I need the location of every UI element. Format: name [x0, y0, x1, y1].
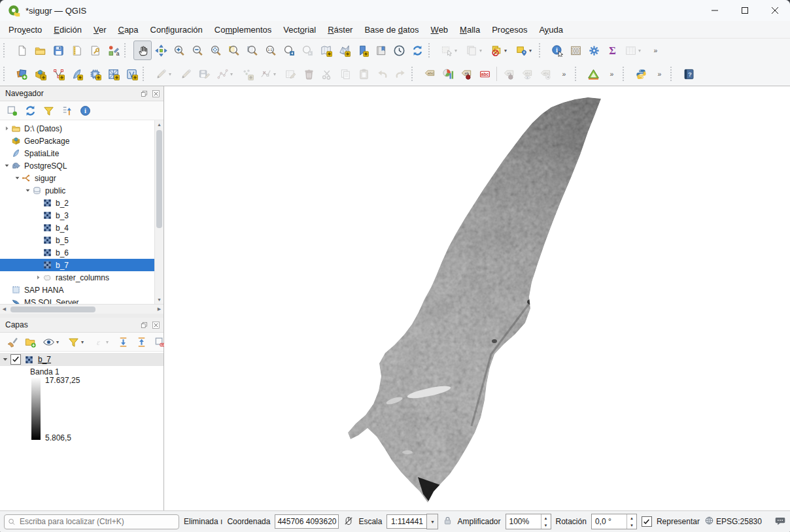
new-map-view-button[interactable]: [317, 41, 335, 60]
new-geopackage-layer-button[interactable]: [31, 64, 49, 84]
new-virtual-layer-button[interactable]: [86, 64, 104, 84]
browser-item-sigugr[interactable]: sigugr: [0, 172, 155, 184]
toolbar-grip[interactable]: [539, 43, 545, 58]
pan-to-selection-button[interactable]: [152, 41, 170, 60]
new-spatial-bookmark-button[interactable]: [353, 41, 371, 60]
menu-vectorial[interactable]: Vectorial: [277, 22, 322, 37]
browser-item-public[interactable]: public: [0, 184, 155, 197]
browser-item-b_6[interactable]: b_6: [0, 246, 155, 259]
current-edits-dropdown[interactable]: ▾: [169, 71, 174, 77]
zoom-next-button[interactable]: [298, 41, 317, 60]
render-checkbox[interactable]: [642, 516, 652, 527]
maximize-button[interactable]: [730, 0, 760, 21]
toolbar-grip[interactable]: [623, 67, 629, 81]
layer-item-b7[interactable]: b_7: [0, 353, 163, 366]
layer-expander-icon[interactable]: [0, 356, 10, 363]
new-scratch-layer-button[interactable]: [122, 64, 141, 84]
browser-item-b_5[interactable]: b_5: [0, 234, 155, 246]
zoom-native-resolution-button[interactable]: 1:1: [262, 41, 280, 60]
menu-edicin[interactable]: Edición: [48, 22, 88, 37]
zoom-out-button[interactable]: [188, 41, 207, 60]
browser-item-spatialite[interactable]: SpatiaLite: [0, 147, 155, 159]
expander-icon[interactable]: [24, 188, 32, 193]
vertex-tool-dropdown[interactable]: ▾: [273, 71, 279, 77]
refresh-map-button[interactable]: [408, 41, 426, 60]
minimize-button[interactable]: [700, 0, 730, 21]
toolbar-overflow-button[interactable]: »: [646, 41, 664, 60]
magnifier-spinbox[interactable]: 100% ▲▼: [506, 514, 551, 529]
expander-icon[interactable]: [34, 274, 43, 280]
rotation-spinbox[interactable]: 0,0 ° ▲▼: [591, 514, 637, 529]
magnifier-value[interactable]: 100%: [506, 514, 541, 529]
expander-icon[interactable]: [3, 125, 11, 131]
deselect-all-dropdown[interactable]: ▾: [504, 48, 509, 54]
undo-button[interactable]: [373, 64, 391, 84]
coordinate-input[interactable]: 445706 4093620: [275, 514, 339, 529]
menu-rster[interactable]: Ráster: [322, 22, 358, 37]
style-manager-button[interactable]: a: [104, 41, 122, 60]
select-by-value-button[interactable]: ▾: [512, 41, 537, 60]
data-source-manager-button[interactable]: [12, 64, 31, 84]
select-features-dropdown[interactable]: ▾: [455, 48, 460, 54]
menu-proyecto[interactable]: Proyecto: [3, 22, 48, 37]
menu-capa[interactable]: Capa: [112, 22, 144, 37]
browser-item-b_7[interactable]: b_7: [0, 259, 155, 271]
menu-basededatos[interactable]: Base de datos: [358, 22, 424, 37]
modify-attributes-button[interactable]: [281, 64, 300, 84]
filter-browser-button[interactable]: [39, 102, 58, 119]
select-by-form-dropdown[interactable]: ▾: [479, 48, 485, 54]
new-spatialite-layer-button[interactable]: [67, 64, 86, 84]
plugins-overflow-button[interactable]: »: [650, 64, 668, 84]
collapse-all-button[interactable]: [58, 102, 76, 119]
add-selected-layers-button[interactable]: [3, 102, 21, 119]
zoom-last-button[interactable]: [280, 41, 298, 60]
expander-icon[interactable]: [3, 163, 11, 169]
layer-visibility-checkbox[interactable]: [10, 354, 21, 365]
expand-all-button[interactable]: [114, 333, 132, 350]
expander-icon[interactable]: [13, 175, 22, 181]
scale-dropdown[interactable]: ▼: [426, 514, 438, 529]
browser-item-sap-hana[interactable]: SAP HANA: [0, 284, 155, 296]
vertex-tool-button[interactable]: ▾: [256, 64, 281, 84]
menu-procesos[interactable]: Procesos: [486, 22, 533, 37]
crs-status[interactable]: EPSG:25830: [716, 517, 762, 526]
new-shapefile-layer-button[interactable]: [49, 64, 67, 84]
temporal-controller-button[interactable]: [390, 41, 408, 60]
show-spatial-bookmarks-button[interactable]: [371, 41, 390, 60]
lock-scale-icon[interactable]: [443, 516, 453, 527]
rotation-up[interactable]: ▲: [627, 514, 636, 522]
grass-tools-button[interactable]: [584, 64, 602, 84]
move-label-button[interactable]: ab: [500, 64, 518, 84]
browser-item-b_4[interactable]: b_4: [0, 222, 155, 234]
show-layout-manager-button[interactable]: [86, 41, 104, 60]
delete-selected-button[interactable]: [300, 64, 318, 84]
layer-diagram-options-button[interactable]: [439, 64, 457, 84]
label-toolbar-overflow-button[interactable]: »: [555, 64, 573, 84]
rotation-value[interactable]: 0,0 °: [592, 514, 627, 529]
menu-ayuda[interactable]: Ayuda: [533, 22, 569, 37]
save-edits-button[interactable]: [195, 64, 213, 84]
toolbar-grip[interactable]: [428, 43, 435, 58]
attribute-table-dropdown[interactable]: ▾: [638, 48, 644, 54]
map-canvas[interactable]: [164, 86, 790, 510]
search-input[interactable]: [18, 516, 175, 527]
menu-complementos[interactable]: Complementos: [209, 22, 277, 37]
browser-vertical-scrollbar[interactable]: ▲ ▼: [154, 120, 163, 304]
browser-horizontal-scrollbar[interactable]: ◀ ▶: [0, 304, 163, 314]
toolbar-grip[interactable]: [670, 67, 677, 81]
zoom-to-layer-button[interactable]: [243, 41, 262, 60]
properties-widget-button[interactable]: i: [76, 102, 94, 119]
toggle-editing-button[interactable]: [177, 64, 195, 84]
new-print-layout-button[interactable]: [67, 41, 86, 60]
menu-configuracin[interactable]: Configuración: [145, 22, 209, 37]
magnifier-up[interactable]: ▲: [541, 514, 551, 522]
save-project-button[interactable]: [49, 41, 67, 60]
manage-visibility-dropdown[interactable]: ▾: [56, 339, 61, 345]
scroll-thumb-h[interactable]: [10, 307, 95, 312]
open-layer-styling-button[interactable]: [3, 333, 21, 350]
redo-button[interactable]: [391, 64, 409, 84]
select-features-button[interactable]: ▾: [438, 41, 462, 60]
select-by-value-dropdown[interactable]: ▾: [529, 48, 534, 54]
identify-features-button[interactable]: i: [548, 41, 566, 60]
layer-name[interactable]: b_7: [38, 355, 51, 364]
